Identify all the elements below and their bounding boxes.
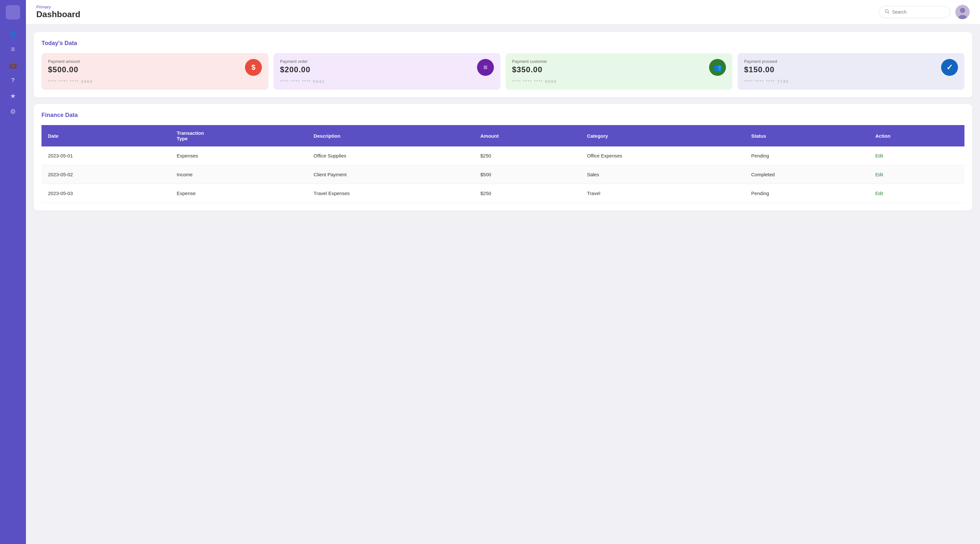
card-amount: $500.00 bbox=[48, 65, 80, 74]
page-title: Dashboard bbox=[36, 10, 80, 19]
table-header-row: Date TransactionType Description Amount … bbox=[41, 125, 964, 146]
card-icon: ≡ bbox=[477, 59, 494, 76]
card-info: Payment amount $500.00 bbox=[48, 59, 80, 74]
search-input[interactable] bbox=[892, 10, 945, 14]
col-action: Action bbox=[869, 125, 964, 146]
cell-amount: $250 bbox=[474, 184, 581, 203]
edit-button[interactable]: Edit bbox=[875, 153, 883, 158]
col-transaction-type: TransactionType bbox=[170, 125, 307, 146]
sidebar-item-briefcase[interactable]: 💼 bbox=[6, 58, 19, 71]
avatar bbox=[955, 5, 970, 19]
sidebar-item-help[interactable]: ? bbox=[6, 74, 19, 87]
cell-status: Completed bbox=[745, 165, 869, 184]
cell-description: Client Payment bbox=[307, 165, 474, 184]
cell-status: Pending bbox=[745, 184, 869, 203]
svg-point-3 bbox=[960, 8, 965, 13]
card-number: **** **** **** 5542 bbox=[280, 79, 494, 84]
payment-amount-card: Payment amount $500.00 $ **** **** **** … bbox=[41, 53, 268, 90]
todays-data-section: Today's Data Payment amount $500.00 $ **… bbox=[34, 32, 972, 97]
help-icon: ? bbox=[11, 77, 15, 84]
edit-button[interactable]: Edit bbox=[875, 191, 883, 196]
list-icon: ≡ bbox=[11, 45, 15, 54]
customers-icon: 👥 bbox=[714, 64, 722, 71]
table-row: 2023-05-01 Expenses Office Supplies $250… bbox=[41, 146, 964, 165]
card-label: Payment proceed bbox=[744, 59, 777, 64]
card-label: Payment amount bbox=[48, 59, 80, 64]
cell-category: Sales bbox=[581, 165, 745, 184]
card-icon: $ bbox=[245, 59, 262, 76]
cell-action[interactable]: Edit bbox=[869, 184, 964, 203]
card-amount: $150.00 bbox=[744, 65, 777, 74]
finance-data-section: Finance Data Date TransactionType Descri… bbox=[34, 104, 972, 211]
search-box[interactable] bbox=[879, 6, 950, 18]
cell-status: Pending bbox=[745, 146, 869, 165]
main-area: Primary Dashboard bbox=[26, 0, 980, 544]
cell-transaction-type: Expense bbox=[170, 184, 307, 203]
briefcase-icon: 💼 bbox=[9, 61, 17, 69]
col-description: Description bbox=[307, 125, 474, 146]
card-top: Payment customer $350.00 👥 bbox=[512, 59, 726, 76]
card-icon: 👥 bbox=[709, 59, 726, 76]
card-info: Payment proceed $150.00 bbox=[744, 59, 777, 74]
sidebar-logo bbox=[6, 5, 20, 19]
card-info: Payment customer $350.00 bbox=[512, 59, 547, 74]
edit-button[interactable]: Edit bbox=[875, 172, 883, 177]
card-amount: $350.00 bbox=[512, 65, 547, 74]
col-amount: Amount bbox=[474, 125, 581, 146]
sidebar-item-star[interactable]: ★ bbox=[6, 89, 19, 102]
user-icon: 👤 bbox=[9, 30, 17, 38]
table-row: 2023-05-02 Income Client Payment $500 Sa… bbox=[41, 165, 964, 184]
card-label: Payment customer bbox=[512, 59, 547, 64]
cell-action[interactable]: Edit bbox=[869, 165, 964, 184]
cell-action[interactable]: Edit bbox=[869, 146, 964, 165]
order-icon: ≡ bbox=[484, 63, 488, 72]
payment-cards-grid: Payment amount $500.00 $ **** **** **** … bbox=[41, 53, 964, 90]
title-area: Primary Dashboard bbox=[36, 5, 80, 19]
col-category: Category bbox=[581, 125, 745, 146]
cell-amount: $250 bbox=[474, 146, 581, 165]
star-icon: ★ bbox=[10, 92, 16, 100]
cell-date: 2023-05-01 bbox=[41, 146, 170, 165]
sidebar-item-list[interactable]: ≡ bbox=[6, 43, 19, 56]
card-top: Payment order $200.00 ≡ bbox=[280, 59, 494, 76]
card-top: Payment proceed $150.00 ✓ bbox=[744, 59, 958, 76]
sidebar-item-user[interactable]: 👤 bbox=[6, 27, 19, 40]
header-right bbox=[879, 5, 970, 19]
header: Primary Dashboard bbox=[26, 0, 980, 24]
card-icon: ✓ bbox=[941, 59, 958, 76]
card-info: Payment order $200.00 bbox=[280, 59, 310, 74]
sidebar: 👤 ≡ 💼 ? ★ ⚙ bbox=[0, 0, 26, 544]
header-primary-label: Primary bbox=[36, 5, 80, 10]
cell-date: 2023-05-02 bbox=[41, 165, 170, 184]
card-top: Payment amount $500.00 $ bbox=[48, 59, 262, 76]
finance-data-title: Finance Data bbox=[41, 112, 964, 119]
search-icon bbox=[885, 9, 889, 15]
cell-amount: $500 bbox=[474, 165, 581, 184]
payment-proceed-card: Payment proceed $150.00 ✓ **** **** ****… bbox=[738, 53, 964, 90]
checkmark-icon: ✓ bbox=[946, 63, 953, 72]
table-row: 2023-05-03 Expense Travel Expenses $250 … bbox=[41, 184, 964, 203]
card-label: Payment order bbox=[280, 59, 310, 64]
cell-transaction-type: Income bbox=[170, 165, 307, 184]
payment-customer-card: Payment customer $350.00 👥 **** **** ***… bbox=[506, 53, 732, 90]
card-number: **** **** **** 7745 bbox=[744, 79, 958, 84]
cell-date: 2023-05-03 bbox=[41, 184, 170, 203]
cell-description: Travel Expenses bbox=[307, 184, 474, 203]
col-date: Date bbox=[41, 125, 170, 146]
avatar-image bbox=[955, 5, 970, 19]
cell-category: Travel bbox=[581, 184, 745, 203]
todays-data-title: Today's Data bbox=[41, 40, 964, 47]
cell-description: Office Supplies bbox=[307, 146, 474, 165]
cell-category: Office Expenses bbox=[581, 146, 745, 165]
cell-transaction-type: Expenses bbox=[170, 146, 307, 165]
content-area: Today's Data Payment amount $500.00 $ **… bbox=[26, 24, 980, 544]
sidebar-item-settings[interactable]: ⚙ bbox=[6, 105, 19, 118]
col-status: Status bbox=[745, 125, 869, 146]
card-number: **** **** **** 8896 bbox=[512, 79, 726, 84]
card-amount: $200.00 bbox=[280, 65, 310, 74]
dollar-icon: $ bbox=[251, 63, 255, 72]
payment-order-card: Payment order $200.00 ≡ **** **** **** 5… bbox=[274, 53, 500, 90]
svg-line-1 bbox=[888, 12, 889, 13]
settings-icon: ⚙ bbox=[10, 108, 16, 115]
finance-table: Date TransactionType Description Amount … bbox=[41, 125, 964, 203]
